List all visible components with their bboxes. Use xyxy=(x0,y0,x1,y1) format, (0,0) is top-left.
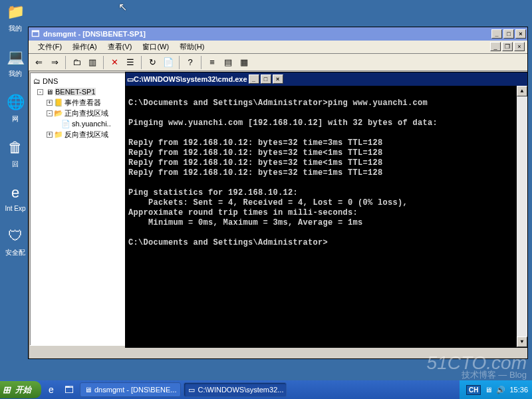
mdi-minimize-button[interactable]: _ xyxy=(490,42,501,51)
maximize-button[interactable]: □ xyxy=(261,74,271,84)
expand-icon[interactable]: + xyxy=(47,132,53,138)
zone-icon: 📄 xyxy=(61,119,70,128)
close-button[interactable]: × xyxy=(273,74,283,84)
tray-icon[interactable]: 🖥 xyxy=(485,386,492,394)
windows-logo-icon: ⊞ xyxy=(3,384,13,395)
language-indicator[interactable]: CH xyxy=(466,385,481,395)
network-icon: 🌐 xyxy=(5,92,26,113)
mdi-close-button[interactable]: × xyxy=(514,42,525,51)
window-title: dnsmgmt - [DNS\BENET-SP1] xyxy=(43,30,146,38)
task-dnsmgmt[interactable]: 🖥dnsmgmt - [DNS\BENE... xyxy=(80,382,181,397)
cmd-title-text: C:\WINDOWS\system32\cmd.exe xyxy=(134,75,247,83)
desktop-icon[interactable]: 📁我的 xyxy=(3,1,28,33)
scrollbar[interactable]: ▲▼ xyxy=(517,86,527,347)
list-button[interactable]: ≡ xyxy=(205,55,219,70)
minimize-button[interactable]: _ xyxy=(491,29,502,39)
delete-button[interactable]: ✕ xyxy=(107,55,122,70)
desktop-icon[interactable]: 🗑回 xyxy=(3,137,28,169)
desktop-icon[interactable]: 🌐网 xyxy=(3,92,28,124)
tree-server[interactable]: -🖥BENET-SP1 xyxy=(32,86,126,97)
clock[interactable]: 15:36 xyxy=(509,386,528,394)
show-hide-button[interactable]: ▥ xyxy=(85,55,100,70)
expand-icon[interactable]: + xyxy=(47,100,53,106)
scroll-up-button[interactable]: ▲ xyxy=(517,86,527,96)
desktop-icon[interactable]: 🛡安全配 xyxy=(3,225,28,257)
quicklaunch-ie[interactable]: e xyxy=(43,382,59,398)
cmd-icon: ▭ xyxy=(188,386,195,394)
server-icon: 🖥 xyxy=(45,87,54,96)
system-tray: CH 🖥 🔊 15:36 xyxy=(460,380,532,399)
folder-open-icon: 📂 xyxy=(54,108,63,118)
menu-view[interactable]: 查看(V) xyxy=(102,41,138,53)
forward-button[interactable]: ⇒ xyxy=(47,55,62,70)
menu-file[interactable]: 文件(F) xyxy=(33,41,67,53)
tree-node-forward[interactable]: -📂正向查找区域 xyxy=(32,108,126,118)
tree-node-events[interactable]: +📒事件查看器 xyxy=(32,97,126,108)
tree-node-reverse[interactable]: +📁反向查找区域 xyxy=(32,129,126,140)
minimize-button[interactable]: _ xyxy=(249,74,259,84)
cmd-output[interactable]: C:\Documents and Settings\Administrator>… xyxy=(126,86,527,347)
dns-titlebar[interactable]: 🗔 dnsmgmt - [DNS\BENET-SP1] _ □ × xyxy=(29,27,527,41)
ie-icon: e xyxy=(5,182,26,203)
up-button[interactable]: 🗀 xyxy=(69,55,84,70)
book-icon: 📒 xyxy=(54,98,63,107)
menu-window[interactable]: 窗口(W) xyxy=(137,41,174,53)
collapse-icon[interactable]: - xyxy=(47,110,53,116)
collapse-icon[interactable]: - xyxy=(37,89,43,95)
security-icon: 🛡 xyxy=(5,225,26,247)
cmd-icon: ▭ xyxy=(127,75,134,84)
scroll-down-button[interactable]: ▼ xyxy=(517,336,527,347)
cmd-window: ▭ C:\WINDOWS\system32\cmd.exe _ □ × C:\D… xyxy=(125,72,528,348)
close-button[interactable]: × xyxy=(515,29,526,39)
dns-icon: 🗂 xyxy=(32,76,41,86)
taskbar: ⊞开始 e 🗔 🖥dnsmgmt - [DNS\BENE... ▭C:\WIND… xyxy=(0,380,532,399)
app-icon: 🖥 xyxy=(84,386,92,394)
maximize-button[interactable]: □ xyxy=(503,29,514,39)
scroll-track[interactable] xyxy=(517,96,527,336)
cmd-titlebar[interactable]: ▭ C:\WINDOWS\system32\cmd.exe _ □ × xyxy=(126,72,527,86)
export-button[interactable]: 📄 xyxy=(161,55,176,70)
computer-icon: 💻 xyxy=(5,47,26,68)
app-icon: 🗔 xyxy=(30,29,41,39)
watermark: 51CTO.com 技术博客 — Blog xyxy=(427,354,527,379)
tree-panel: 🗂DNS -🖥BENET-SP1 +📒事件查看器 -📂正向查找区域 📄sh.yu… xyxy=(30,72,128,357)
folder-icon: 📁 xyxy=(54,130,63,139)
task-cmd[interactable]: ▭C:\WINDOWS\system32... xyxy=(184,382,287,397)
tree-root[interactable]: 🗂DNS xyxy=(32,76,126,86)
back-button[interactable]: ⇐ xyxy=(31,55,46,70)
recycle-icon: 🗑 xyxy=(5,137,26,158)
desktop-icon[interactable]: eInt Exp xyxy=(3,182,28,212)
menubar: 文件(F) 操作(A) 查看(V) 窗口(W) 帮助(H) xyxy=(29,41,527,54)
tray-icon[interactable]: 🔊 xyxy=(496,386,505,394)
toolbar: ⇐ ⇒ 🗀 ▥ ✕ ☰ ↻ 📄 ? ≡ ▤ ▦ xyxy=(29,54,527,71)
mdi-restore-button[interactable]: ❐ xyxy=(502,42,513,51)
mouse-cursor-icon: ↖ xyxy=(118,1,127,13)
desktop-icon[interactable]: 💻我的 xyxy=(3,47,28,78)
properties-button[interactable]: ☰ xyxy=(123,55,138,70)
refresh-button[interactable]: ↻ xyxy=(145,55,160,70)
menu-help[interactable]: 帮助(H) xyxy=(174,41,209,53)
folder-icon: 📁 xyxy=(5,1,26,23)
desktop-icons: 📁我的 💻我的 🌐网 🗑回 eInt Exp 🛡安全配 xyxy=(3,1,28,271)
tree-node-zone[interactable]: 📄sh.yuanchi.. xyxy=(32,118,126,129)
start-button[interactable]: ⊞开始 xyxy=(0,381,41,398)
menu-action[interactable]: 操作(A) xyxy=(67,41,102,53)
help-button[interactable]: ? xyxy=(183,55,198,70)
detail-button[interactable]: ▤ xyxy=(221,55,235,70)
quicklaunch-desktop[interactable]: 🗔 xyxy=(61,382,77,398)
icon-button[interactable]: ▦ xyxy=(237,55,251,70)
